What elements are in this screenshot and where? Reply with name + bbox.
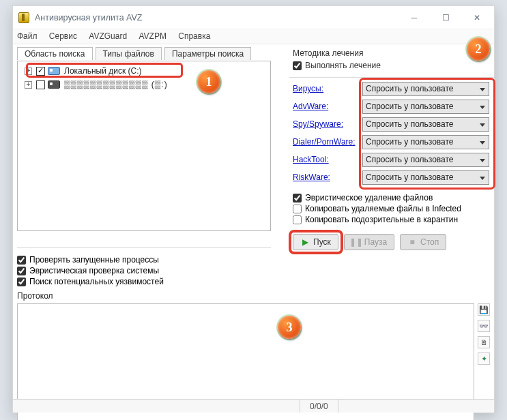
protocol-toolbar: 💾 👓 🗎 ✦ — [478, 303, 491, 369]
chk-heur-system[interactable]: Эвристическая проверка системы — [17, 266, 271, 275]
left-options: Проверять запущенные процессы Эвристичес… — [17, 247, 271, 288]
menu-file[interactable]: Файл — [17, 31, 38, 41]
pause-icon: ❚❚ — [351, 237, 361, 247]
doc-icon[interactable]: 🗎 — [478, 336, 490, 348]
chk-copy-infected-box[interactable] — [293, 205, 302, 213]
chk-heur-delete[interactable]: Эвристическое удаление файлов — [293, 193, 461, 202]
threat-settings: Вирусы:Спросить у пользовате AdvWare:Спр… — [293, 80, 489, 186]
drive-tree[interactable]: + Локальный диск (C:) + ▒▒▒▒▒▒▒▒▒▒▒▒▒ (▒… — [17, 61, 271, 231]
dd-viruses[interactable]: Спросить у пользовате — [362, 82, 489, 96]
glasses-icon[interactable]: 👓 — [478, 320, 490, 332]
tab-file-types[interactable]: Типы файлов — [96, 47, 162, 60]
pause-button: ❚❚Пауза — [344, 234, 394, 250]
link-hacktool[interactable]: HackTool: — [293, 155, 362, 164]
annotation-marker-3: 3 — [278, 316, 301, 339]
stop-button: ■Стоп — [400, 234, 446, 250]
link-dialer[interactable]: Dialer/PornWare: — [293, 137, 362, 147]
tree-row-d[interactable]: + ▒▒▒▒▒▒▒▒▒▒▒▒▒ (▒:) — [19, 78, 269, 91]
dd-dialer[interactable]: Спросить у пользовате — [362, 135, 489, 149]
app-window: Антивирусная утилита AVZ ─ ☐ ✕ Файл Серв… — [12, 5, 495, 413]
chk-vuln-box[interactable] — [17, 278, 26, 286]
right-options: Эвристическое удаление файлов Копировать… — [293, 192, 461, 226]
dd-spyware[interactable]: Спросить у пользовате — [362, 117, 489, 132]
chk-heur-delete-box[interactable] — [293, 194, 302, 202]
annotation-marker-1: 1 — [197, 70, 220, 93]
app-icon — [18, 12, 29, 23]
save-icon[interactable]: 💾 — [478, 303, 490, 316]
protocol-label: Протокол — [17, 291, 53, 301]
start-button[interactable]: ▶Пуск — [293, 234, 338, 250]
stop-button-label: Стоп — [420, 237, 439, 247]
chk-vuln-label: Поиск потенциальных уязвимостей — [29, 277, 164, 286]
link-advware[interactable]: AdvWare: — [293, 102, 362, 111]
shield-icon[interactable]: ✦ — [478, 352, 490, 365]
menu-help[interactable]: Справка — [178, 31, 210, 41]
tree-row-c[interactable]: + Локальный диск (C:) — [19, 64, 269, 78]
link-viruses[interactable]: Вирусы: — [293, 84, 362, 93]
menu-service[interactable]: Сервис — [49, 31, 77, 41]
expand-icon[interactable]: + — [25, 68, 32, 75]
window-title: Антивирусная утилита AVZ — [35, 13, 399, 22]
action-buttons: ▶Пуск ❚❚Пауза ■Стоп — [293, 234, 446, 250]
drive-c-checkbox[interactable] — [36, 67, 45, 76]
menu-avzpm[interactable]: AVZPM — [139, 31, 166, 41]
chk-copy-infected-label: Копировать удаляемые файлы в Infected — [305, 204, 461, 213]
dd-advware[interactable]: Спросить у пользовате — [362, 100, 489, 114]
pause-button-label: Пауза — [364, 237, 387, 247]
drive-d-checkbox[interactable] — [36, 80, 45, 89]
treatment-title: Методика лечения — [293, 48, 363, 58]
chk-copy-infected[interactable]: Копировать удаляемые файлы в Infected — [293, 204, 461, 213]
status-counter: 0/0/0 — [300, 400, 338, 412]
chk-copy-quarantine[interactable]: Копировать подозрительные в карантин — [293, 215, 461, 224]
tab-scan-params[interactable]: Параметры поиска — [164, 47, 251, 60]
link-spyware[interactable]: Spy/Spyware: — [293, 119, 362, 129]
close-button[interactable]: ✕ — [461, 7, 493, 28]
link-riskware[interactable]: RiskWare: — [293, 172, 362, 182]
chk-heur-system-box[interactable] — [17, 267, 26, 275]
expand-icon[interactable]: + — [25, 81, 32, 89]
chk-perform-treatment[interactable]: Выполнять лечение — [293, 61, 381, 70]
drive-d-label: ▒▒▒▒▒▒▒▒▒▒▒▒▒ (▒:) — [64, 80, 168, 89]
divider — [289, 77, 494, 78]
tab-scan-area[interactable]: Область поиска — [17, 47, 93, 60]
content-area: Область поиска Типы файлов Параметры пои… — [13, 44, 494, 412]
menu-bar: Файл Сервис AVZGuard AVZPM Справка — [13, 29, 494, 44]
dd-riskware[interactable]: Спросить у пользовате — [362, 170, 489, 185]
chk-copy-quarantine-box[interactable] — [293, 215, 302, 224]
maximize-button[interactable]: ☐ — [430, 7, 461, 28]
status-right — [338, 400, 494, 412]
chk-perform-treatment-box[interactable] — [293, 61, 302, 70]
drive-c-label: Локальный диск (C:) — [64, 66, 142, 76]
minimize-button[interactable]: ─ — [399, 7, 430, 28]
title-bar: Антивирусная утилита AVZ ─ ☐ ✕ — [13, 6, 494, 29]
chk-processes[interactable]: Проверять запущенные процессы — [17, 255, 271, 265]
chk-processes-box[interactable] — [17, 256, 26, 265]
annotation-marker-2: 2 — [467, 38, 490, 61]
menu-avzguard[interactable]: AVZGuard — [89, 31, 127, 41]
drive-icon — [48, 67, 60, 75]
play-icon: ▶ — [300, 237, 310, 247]
status-left — [13, 400, 300, 412]
chk-perform-treatment-label: Выполнять лечение — [305, 61, 381, 70]
status-bar: 0/0/0 — [13, 399, 494, 412]
chk-copy-quarantine-label: Копировать подозрительные в карантин — [305, 215, 458, 224]
chk-heur-system-label: Эвристическая проверка системы — [29, 266, 159, 275]
left-tabs: Область поиска Типы файлов Параметры пои… — [17, 47, 254, 60]
chk-processes-label: Проверять запущенные процессы — [29, 255, 159, 265]
start-button-label: Пуск — [313, 237, 331, 247]
dd-hacktool[interactable]: Спросить у пользовате — [362, 153, 489, 167]
stop-icon: ■ — [407, 237, 417, 247]
chk-heur-delete-label: Эвристическое удаление файлов — [305, 193, 433, 202]
drive-icon — [48, 80, 60, 89]
chk-vuln[interactable]: Поиск потенциальных уязвимостей — [17, 277, 271, 286]
